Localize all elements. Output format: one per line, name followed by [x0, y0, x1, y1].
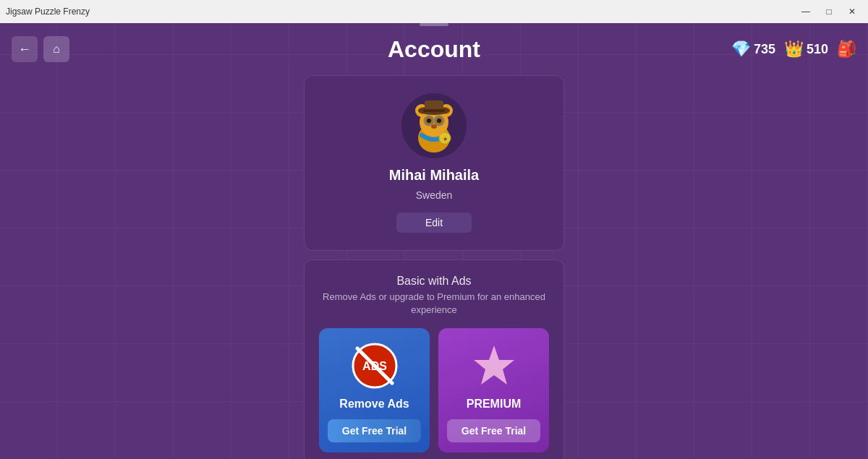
app-title: Jigsaw Puzzle Frenzy	[6, 7, 90, 17]
gems-value: 735	[754, 42, 775, 57]
home-button[interactable]: ⌂	[43, 36, 69, 62]
header-right: 💎 735 👑 510 🎒	[731, 40, 856, 59]
remove-ads-name: Remove Ads	[339, 398, 409, 411]
edit-button[interactable]: Edit	[396, 213, 472, 233]
window-controls: — □ ✕	[796, 4, 862, 19]
svg-point-14	[437, 119, 441, 123]
app-area: ← ⌂ Account 💎 735 👑 510 🎒	[0, 23, 868, 459]
remove-ads-card[interactable]: ADS Remove Ads Get Free Trial	[319, 328, 430, 452]
premium-trial-button[interactable]: Get Free Trial	[447, 419, 540, 442]
minimize-button[interactable]: —	[796, 4, 816, 19]
maximize-button[interactable]: □	[819, 4, 839, 19]
bag-icon[interactable]: 🎒	[837, 40, 856, 59]
crown-icon: 👑	[784, 40, 804, 59]
profile-name: Mihai Mihaila	[389, 167, 479, 184]
svg-marker-21	[474, 346, 514, 385]
svg-rect-9	[423, 109, 445, 112]
svg-text:★: ★	[443, 136, 448, 142]
premium-name: PREMIUM	[467, 398, 522, 411]
remove-ads-trial-button[interactable]: Get Free Trial	[328, 419, 421, 442]
home-icon: ⌂	[53, 43, 60, 56]
premium-card[interactable]: PREMIUM Get Free Trial	[438, 328, 549, 452]
crown-value: 510	[807, 42, 828, 57]
crown-display: 👑 510	[784, 40, 828, 59]
title-bar: Jigsaw Puzzle Frenzy — □ ✕	[0, 0, 868, 23]
plan-cards: ADS Remove Ads Get Free Trial	[319, 328, 549, 452]
profile-location: Sweden	[416, 189, 453, 201]
subscription-section: Basic with Ads Remove Ads or upgrade to …	[304, 259, 564, 459]
avatar: ★	[401, 93, 467, 158]
subscription-description: Remove Ads or upgrade to Premium for an …	[319, 291, 549, 317]
gem-icon: 💎	[731, 40, 751, 59]
profile-card: ★ Mihai Mihaila Sweden Edit	[304, 75, 564, 251]
header-left: ← ⌂	[12, 36, 69, 62]
back-button[interactable]: ←	[12, 36, 38, 62]
gems-display: 💎 735	[731, 40, 775, 59]
main-content: ★ Mihai Mihaila Sweden Edit Basic with A…	[0, 75, 868, 459]
back-icon: ←	[18, 42, 31, 57]
page-title: Account	[388, 36, 480, 63]
no-ads-svg: ADS	[350, 341, 399, 390]
premium-star-svg	[469, 341, 519, 390]
svg-point-15	[431, 124, 437, 129]
premium-icon	[469, 340, 519, 392]
close-button[interactable]: ✕	[842, 4, 862, 19]
svg-point-13	[427, 119, 431, 123]
header: ← ⌂ Account 💎 735 👑 510 🎒	[0, 23, 868, 75]
subscription-tier: Basic with Ads	[396, 275, 471, 288]
remove-ads-icon: ADS	[349, 340, 401, 392]
avatar-illustration: ★	[401, 93, 467, 158]
